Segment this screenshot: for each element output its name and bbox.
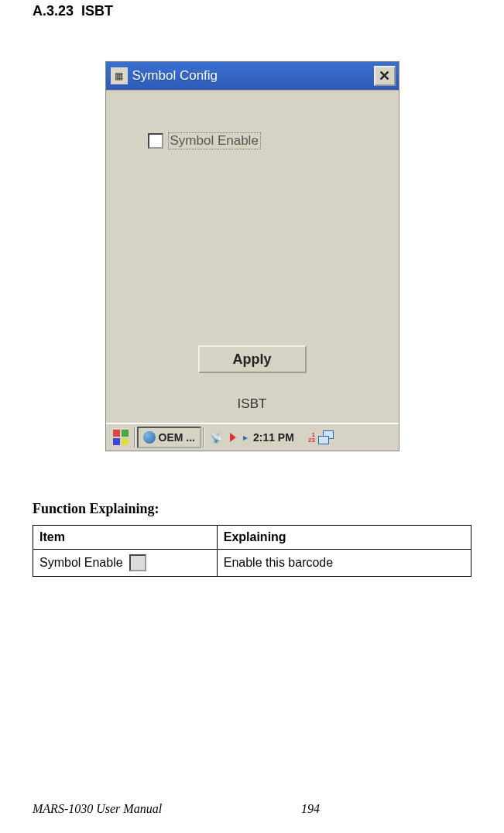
function-explaining-heading: Function Explaining: bbox=[33, 501, 471, 517]
function-table: Item Explaining Symbol Enable Enable thi… bbox=[33, 525, 471, 577]
globe-icon bbox=[143, 431, 156, 444]
window-title: Symbol Config bbox=[132, 68, 369, 84]
table-header-row: Item Explaining bbox=[33, 526, 471, 550]
symbol-enable-checkbox[interactable] bbox=[148, 133, 163, 149]
tray-arrow-icon: ▸ bbox=[243, 432, 248, 443]
volume-icon[interactable] bbox=[226, 430, 240, 444]
manual-title: MARS-1030 User Manual bbox=[33, 802, 162, 816]
tab-label: ISBT bbox=[238, 396, 267, 412]
taskbar-divider bbox=[134, 427, 135, 447]
network-icon[interactable]: 📡 bbox=[209, 430, 223, 444]
titlebar: ▦ Symbol Config ✕ bbox=[106, 62, 399, 90]
taskbar-divider bbox=[203, 427, 204, 447]
taskbar-app-button[interactable]: OEM ... bbox=[137, 427, 201, 448]
checkbox-icon bbox=[129, 554, 146, 571]
cascade-windows-icon[interactable] bbox=[318, 430, 334, 444]
header-explaining: Explaining bbox=[217, 526, 471, 550]
section-title: ISBT bbox=[81, 3, 113, 19]
windows-flag-icon bbox=[113, 430, 129, 445]
app-screenshot: ▦ Symbol Config ✕ Symbol Enable Apply IS… bbox=[105, 61, 399, 451]
item-label: Symbol Enable bbox=[39, 556, 123, 570]
header-item: Item bbox=[33, 526, 218, 550]
page-footer: MARS-1030 User Manual 194 bbox=[33, 802, 471, 816]
start-button[interactable] bbox=[109, 427, 132, 448]
symbol-enable-label: Symbol Enable bbox=[168, 132, 261, 149]
close-icon: ✕ bbox=[379, 67, 390, 84]
cell-explaining: Enable this barcode bbox=[217, 550, 471, 577]
input-panel-icon[interactable]: 1 23 bbox=[300, 430, 315, 444]
page-number: 194 bbox=[301, 802, 320, 816]
table-row: Symbol Enable Enable this barcode bbox=[33, 550, 471, 577]
taskbar-app-label: OEM ... bbox=[159, 431, 195, 444]
symbol-enable-row: Symbol Enable bbox=[148, 132, 261, 149]
cell-item: Symbol Enable bbox=[33, 550, 218, 577]
app-icon: ▦ bbox=[111, 67, 128, 84]
section-heading: A.3.23 ISBT bbox=[33, 3, 471, 19]
window-body: Symbol Enable Apply ISBT bbox=[106, 90, 399, 423]
apply-button[interactable]: Apply bbox=[198, 345, 307, 373]
section-number: A.3.23 bbox=[33, 3, 74, 19]
system-tray: 📡 ▸ 2:11 PM 1 23 bbox=[209, 430, 334, 444]
close-button[interactable]: ✕ bbox=[374, 66, 396, 86]
clock[interactable]: 2:11 PM bbox=[253, 431, 294, 444]
taskbar: OEM ... 📡 ▸ 2:11 PM 1 23 bbox=[106, 423, 399, 451]
